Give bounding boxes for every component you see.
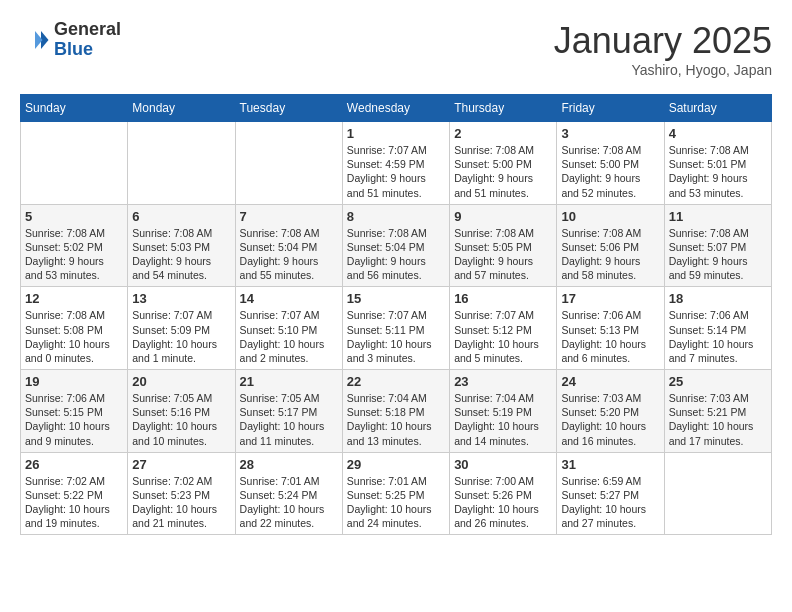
day-number: 1 [347, 126, 445, 141]
day-cell: 26Sunrise: 7:02 AM Sunset: 5:22 PM Dayli… [21, 452, 128, 535]
day-number: 31 [561, 457, 659, 472]
day-cell: 27Sunrise: 7:02 AM Sunset: 5:23 PM Dayli… [128, 452, 235, 535]
day-cell: 28Sunrise: 7:01 AM Sunset: 5:24 PM Dayli… [235, 452, 342, 535]
day-cell: 1Sunrise: 7:07 AM Sunset: 4:59 PM Daylig… [342, 122, 449, 205]
day-info: Sunrise: 7:08 AM Sunset: 5:08 PM Dayligh… [25, 308, 123, 365]
day-number: 14 [240, 291, 338, 306]
day-number: 4 [669, 126, 767, 141]
day-number: 27 [132, 457, 230, 472]
day-cell: 14Sunrise: 7:07 AM Sunset: 5:10 PM Dayli… [235, 287, 342, 370]
calendar: SundayMondayTuesdayWednesdayThursdayFrid… [20, 94, 772, 535]
day-cell: 3Sunrise: 7:08 AM Sunset: 5:00 PM Daylig… [557, 122, 664, 205]
day-cell: 22Sunrise: 7:04 AM Sunset: 5:18 PM Dayli… [342, 370, 449, 453]
day-info: Sunrise: 7:08 AM Sunset: 5:07 PM Dayligh… [669, 226, 767, 283]
week-row: 12Sunrise: 7:08 AM Sunset: 5:08 PM Dayli… [21, 287, 772, 370]
day-cell: 6Sunrise: 7:08 AM Sunset: 5:03 PM Daylig… [128, 204, 235, 287]
day-number: 23 [454, 374, 552, 389]
day-number: 15 [347, 291, 445, 306]
day-cell: 13Sunrise: 7:07 AM Sunset: 5:09 PM Dayli… [128, 287, 235, 370]
title-block: January 2025 Yashiro, Hyogo, Japan [554, 20, 772, 78]
day-number: 20 [132, 374, 230, 389]
day-number: 21 [240, 374, 338, 389]
day-number: 22 [347, 374, 445, 389]
day-number: 19 [25, 374, 123, 389]
day-info: Sunrise: 7:08 AM Sunset: 5:05 PM Dayligh… [454, 226, 552, 283]
week-row: 1Sunrise: 7:07 AM Sunset: 4:59 PM Daylig… [21, 122, 772, 205]
day-cell: 20Sunrise: 7:05 AM Sunset: 5:16 PM Dayli… [128, 370, 235, 453]
day-number: 9 [454, 209, 552, 224]
day-info: Sunrise: 7:03 AM Sunset: 5:21 PM Dayligh… [669, 391, 767, 448]
day-number: 2 [454, 126, 552, 141]
logo-icon [20, 25, 50, 55]
day-cell: 31Sunrise: 6:59 AM Sunset: 5:27 PM Dayli… [557, 452, 664, 535]
days-row: SundayMondayTuesdayWednesdayThursdayFrid… [21, 95, 772, 122]
day-cell: 12Sunrise: 7:08 AM Sunset: 5:08 PM Dayli… [21, 287, 128, 370]
day-info: Sunrise: 7:07 AM Sunset: 5:09 PM Dayligh… [132, 308, 230, 365]
day-info: Sunrise: 7:02 AM Sunset: 5:22 PM Dayligh… [25, 474, 123, 531]
day-header-thursday: Thursday [450, 95, 557, 122]
day-info: Sunrise: 7:06 AM Sunset: 5:14 PM Dayligh… [669, 308, 767, 365]
day-number: 12 [25, 291, 123, 306]
day-cell: 8Sunrise: 7:08 AM Sunset: 5:04 PM Daylig… [342, 204, 449, 287]
day-number: 18 [669, 291, 767, 306]
day-header-monday: Monday [128, 95, 235, 122]
day-cell: 18Sunrise: 7:06 AM Sunset: 5:14 PM Dayli… [664, 287, 771, 370]
day-info: Sunrise: 7:06 AM Sunset: 5:13 PM Dayligh… [561, 308, 659, 365]
day-info: Sunrise: 7:08 AM Sunset: 5:00 PM Dayligh… [454, 143, 552, 200]
day-cell [128, 122, 235, 205]
day-info: Sunrise: 7:07 AM Sunset: 4:59 PM Dayligh… [347, 143, 445, 200]
day-cell: 15Sunrise: 7:07 AM Sunset: 5:11 PM Dayli… [342, 287, 449, 370]
day-cell: 17Sunrise: 7:06 AM Sunset: 5:13 PM Dayli… [557, 287, 664, 370]
day-header-tuesday: Tuesday [235, 95, 342, 122]
day-cell: 23Sunrise: 7:04 AM Sunset: 5:19 PM Dayli… [450, 370, 557, 453]
day-cell [235, 122, 342, 205]
calendar-body: 1Sunrise: 7:07 AM Sunset: 4:59 PM Daylig… [21, 122, 772, 535]
day-cell: 29Sunrise: 7:01 AM Sunset: 5:25 PM Dayli… [342, 452, 449, 535]
header: General Blue January 2025 Yashiro, Hyogo… [20, 20, 772, 78]
day-header-wednesday: Wednesday [342, 95, 449, 122]
day-info: Sunrise: 7:08 AM Sunset: 5:04 PM Dayligh… [240, 226, 338, 283]
day-info: Sunrise: 7:01 AM Sunset: 5:25 PM Dayligh… [347, 474, 445, 531]
day-info: Sunrise: 7:01 AM Sunset: 5:24 PM Dayligh… [240, 474, 338, 531]
day-number: 29 [347, 457, 445, 472]
day-info: Sunrise: 6:59 AM Sunset: 5:27 PM Dayligh… [561, 474, 659, 531]
day-number: 26 [25, 457, 123, 472]
day-number: 30 [454, 457, 552, 472]
day-info: Sunrise: 7:00 AM Sunset: 5:26 PM Dayligh… [454, 474, 552, 531]
day-info: Sunrise: 7:07 AM Sunset: 5:11 PM Dayligh… [347, 308, 445, 365]
day-info: Sunrise: 7:04 AM Sunset: 5:19 PM Dayligh… [454, 391, 552, 448]
day-info: Sunrise: 7:08 AM Sunset: 5:00 PM Dayligh… [561, 143, 659, 200]
day-info: Sunrise: 7:08 AM Sunset: 5:04 PM Dayligh… [347, 226, 445, 283]
day-header-sunday: Sunday [21, 95, 128, 122]
day-number: 24 [561, 374, 659, 389]
day-info: Sunrise: 7:08 AM Sunset: 5:06 PM Dayligh… [561, 226, 659, 283]
day-info: Sunrise: 7:05 AM Sunset: 5:17 PM Dayligh… [240, 391, 338, 448]
day-info: Sunrise: 7:06 AM Sunset: 5:15 PM Dayligh… [25, 391, 123, 448]
day-number: 5 [25, 209, 123, 224]
day-number: 25 [669, 374, 767, 389]
day-info: Sunrise: 7:03 AM Sunset: 5:20 PM Dayligh… [561, 391, 659, 448]
logo: General Blue [20, 20, 121, 60]
day-info: Sunrise: 7:07 AM Sunset: 5:10 PM Dayligh… [240, 308, 338, 365]
day-cell: 24Sunrise: 7:03 AM Sunset: 5:20 PM Dayli… [557, 370, 664, 453]
day-info: Sunrise: 7:05 AM Sunset: 5:16 PM Dayligh… [132, 391, 230, 448]
logo-blue-text: Blue [54, 40, 121, 60]
day-number: 7 [240, 209, 338, 224]
day-number: 3 [561, 126, 659, 141]
day-info: Sunrise: 7:08 AM Sunset: 5:01 PM Dayligh… [669, 143, 767, 200]
day-number: 16 [454, 291, 552, 306]
month-title: January 2025 [554, 20, 772, 62]
day-cell: 2Sunrise: 7:08 AM Sunset: 5:00 PM Daylig… [450, 122, 557, 205]
day-cell: 4Sunrise: 7:08 AM Sunset: 5:01 PM Daylig… [664, 122, 771, 205]
week-row: 26Sunrise: 7:02 AM Sunset: 5:22 PM Dayli… [21, 452, 772, 535]
day-cell: 5Sunrise: 7:08 AM Sunset: 5:02 PM Daylig… [21, 204, 128, 287]
day-cell: 11Sunrise: 7:08 AM Sunset: 5:07 PM Dayli… [664, 204, 771, 287]
logo-text: General Blue [54, 20, 121, 60]
day-cell: 7Sunrise: 7:08 AM Sunset: 5:04 PM Daylig… [235, 204, 342, 287]
day-number: 28 [240, 457, 338, 472]
day-number: 11 [669, 209, 767, 224]
day-cell [21, 122, 128, 205]
day-cell: 16Sunrise: 7:07 AM Sunset: 5:12 PM Dayli… [450, 287, 557, 370]
day-cell [664, 452, 771, 535]
day-cell: 19Sunrise: 7:06 AM Sunset: 5:15 PM Dayli… [21, 370, 128, 453]
